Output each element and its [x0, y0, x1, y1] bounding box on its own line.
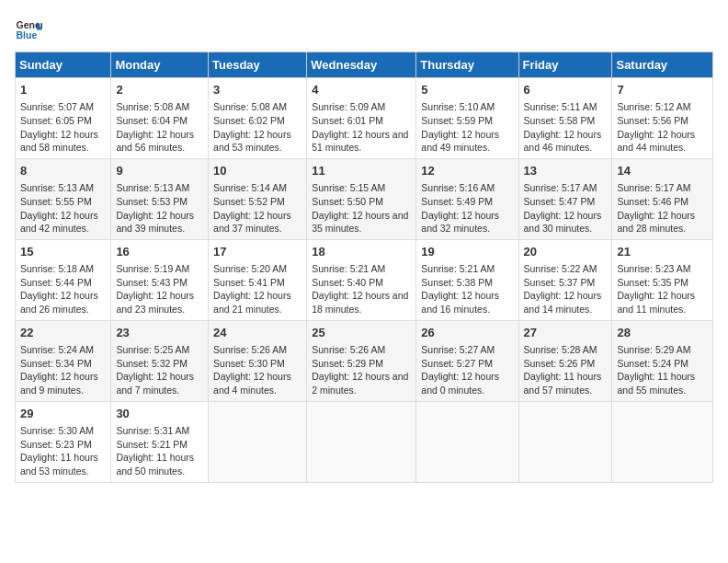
calendar-week-row: 15 Sunrise: 5:18 AMSunset: 5:44 PMDaylig… — [16, 239, 713, 320]
calendar-day-cell: 23 Sunrise: 5:25 AMSunset: 5:32 PMDaylig… — [111, 320, 209, 401]
day-info: Sunrise: 5:20 AMSunset: 5:41 PMDaylight:… — [213, 262, 301, 316]
calendar-week-row: 22 Sunrise: 5:24 AMSunset: 5:34 PMDaylig… — [16, 320, 713, 401]
day-info: Sunrise: 5:28 AMSunset: 5:26 PMDaylight:… — [524, 343, 608, 397]
day-number: 29 — [20, 406, 106, 422]
calendar-day-cell: 9 Sunrise: 5:13 AMSunset: 5:53 PMDayligh… — [111, 158, 209, 239]
day-info: Sunrise: 5:24 AMSunset: 5:34 PMDaylight:… — [20, 343, 106, 397]
day-number: 26 — [421, 325, 513, 341]
calendar-day-cell: 8 Sunrise: 5:13 AMSunset: 5:55 PMDayligh… — [16, 158, 111, 239]
day-number: 19 — [421, 244, 513, 260]
logo-icon: General Blue — [15, 15, 42, 42]
calendar-day-cell: 24 Sunrise: 5:26 AMSunset: 5:30 PMDaylig… — [209, 320, 307, 401]
calendar-week-row: 8 Sunrise: 5:13 AMSunset: 5:55 PMDayligh… — [16, 158, 713, 239]
calendar-day-cell: 27 Sunrise: 5:28 AMSunset: 5:26 PMDaylig… — [518, 320, 612, 401]
calendar-day-cell — [518, 401, 612, 482]
day-number: 10 — [213, 163, 301, 179]
day-number: 16 — [116, 244, 203, 260]
day-number: 4 — [312, 82, 411, 98]
day-number: 17 — [213, 244, 301, 260]
day-number: 7 — [617, 82, 708, 98]
day-number: 8 — [20, 163, 106, 179]
calendar-week-row: 29 Sunrise: 5:30 AMSunset: 5:23 PMDaylig… — [16, 401, 713, 482]
day-info: Sunrise: 5:30 AMSunset: 5:23 PMDaylight:… — [20, 424, 106, 478]
day-info: Sunrise: 5:26 AMSunset: 5:29 PMDaylight:… — [312, 343, 411, 397]
day-info: Sunrise: 5:19 AMSunset: 5:43 PMDaylight:… — [116, 262, 203, 316]
day-info: Sunrise: 5:15 AMSunset: 5:50 PMDaylight:… — [312, 181, 411, 236]
calendar-day-cell: 29 Sunrise: 5:30 AMSunset: 5:23 PMDaylig… — [16, 401, 111, 482]
calendar-day-cell — [612, 401, 713, 482]
day-number: 25 — [312, 325, 411, 341]
calendar-day-cell: 30 Sunrise: 5:31 AMSunset: 5:21 PMDaylig… — [111, 401, 209, 482]
calendar-day-cell: 26 Sunrise: 5:27 AMSunset: 5:27 PMDaylig… — [416, 320, 518, 401]
calendar-body: 1 Sunrise: 5:07 AMSunset: 6:05 PMDayligh… — [16, 78, 713, 483]
day-number: 27 — [524, 325, 608, 341]
calendar-day-cell: 10 Sunrise: 5:14 AMSunset: 5:52 PMDaylig… — [209, 158, 307, 239]
calendar-day-cell: 6 Sunrise: 5:11 AMSunset: 5:58 PMDayligh… — [518, 78, 612, 159]
day-info: Sunrise: 5:09 AMSunset: 6:01 PMDaylight:… — [312, 100, 411, 155]
weekday-header-row: SundayMondayTuesdayWednesdayThursdayFrid… — [16, 52, 713, 78]
weekday-header-cell: Friday — [518, 52, 612, 78]
calendar-day-cell: 28 Sunrise: 5:29 AMSunset: 5:24 PMDaylig… — [612, 320, 713, 401]
day-info: Sunrise: 5:31 AMSunset: 5:21 PMDaylight:… — [116, 424, 203, 478]
calendar-day-cell: 14 Sunrise: 5:17 AMSunset: 5:46 PMDaylig… — [612, 158, 713, 239]
calendar-day-cell: 5 Sunrise: 5:10 AMSunset: 5:59 PMDayligh… — [416, 78, 518, 159]
day-info: Sunrise: 5:08 AMSunset: 6:04 PMDaylight:… — [116, 100, 203, 155]
day-number: 24 — [213, 325, 301, 341]
day-number: 9 — [116, 163, 203, 179]
page-header: General Blue — [15, 15, 713, 42]
day-info: Sunrise: 5:29 AMSunset: 5:24 PMDaylight:… — [617, 343, 708, 397]
day-info: Sunrise: 5:21 AMSunset: 5:40 PMDaylight:… — [312, 262, 411, 316]
day-info: Sunrise: 5:12 AMSunset: 5:56 PMDaylight:… — [617, 100, 708, 155]
day-info: Sunrise: 5:16 AMSunset: 5:49 PMDaylight:… — [421, 181, 513, 236]
calendar-day-cell: 12 Sunrise: 5:16 AMSunset: 5:49 PMDaylig… — [416, 158, 518, 239]
calendar-day-cell: 18 Sunrise: 5:21 AMSunset: 5:40 PMDaylig… — [307, 239, 416, 320]
calendar-day-cell — [307, 401, 416, 482]
day-number: 3 — [213, 82, 301, 98]
calendar-day-cell: 19 Sunrise: 5:21 AMSunset: 5:38 PMDaylig… — [416, 239, 518, 320]
day-number: 1 — [20, 82, 106, 98]
day-number: 18 — [312, 244, 411, 260]
day-number: 11 — [312, 163, 411, 179]
day-number: 30 — [116, 406, 203, 422]
day-info: Sunrise: 5:17 AMSunset: 5:47 PMDaylight:… — [524, 181, 608, 236]
day-number: 6 — [524, 82, 608, 98]
logo: General Blue — [15, 15, 42, 42]
calendar-day-cell: 1 Sunrise: 5:07 AMSunset: 6:05 PMDayligh… — [16, 78, 111, 159]
calendar-day-cell: 17 Sunrise: 5:20 AMSunset: 5:41 PMDaylig… — [209, 239, 307, 320]
calendar-day-cell: 20 Sunrise: 5:22 AMSunset: 5:37 PMDaylig… — [518, 239, 612, 320]
day-number: 13 — [524, 163, 608, 179]
day-number: 28 — [617, 325, 708, 341]
calendar-day-cell: 4 Sunrise: 5:09 AMSunset: 6:01 PMDayligh… — [307, 78, 416, 159]
day-info: Sunrise: 5:08 AMSunset: 6:02 PMDaylight:… — [213, 100, 301, 155]
day-info: Sunrise: 5:10 AMSunset: 5:59 PMDaylight:… — [421, 100, 513, 155]
calendar-table: SundayMondayTuesdayWednesdayThursdayFrid… — [15, 52, 713, 483]
day-number: 2 — [116, 82, 203, 98]
day-info: Sunrise: 5:18 AMSunset: 5:44 PMDaylight:… — [20, 262, 106, 316]
calendar-day-cell — [209, 401, 307, 482]
weekday-header-cell: Saturday — [612, 52, 713, 78]
weekday-header-cell: Sunday — [16, 52, 111, 78]
weekday-header-cell: Tuesday — [209, 52, 307, 78]
weekday-header-cell: Monday — [111, 52, 209, 78]
day-number: 22 — [20, 325, 106, 341]
day-info: Sunrise: 5:25 AMSunset: 5:32 PMDaylight:… — [116, 343, 203, 397]
weekday-header-cell: Thursday — [416, 52, 518, 78]
day-info: Sunrise: 5:13 AMSunset: 5:53 PMDaylight:… — [116, 181, 203, 236]
day-number: 23 — [116, 325, 203, 341]
calendar-day-cell: 11 Sunrise: 5:15 AMSunset: 5:50 PMDaylig… — [307, 158, 416, 239]
calendar-week-row: 1 Sunrise: 5:07 AMSunset: 6:05 PMDayligh… — [16, 78, 713, 159]
calendar-day-cell: 22 Sunrise: 5:24 AMSunset: 5:34 PMDaylig… — [16, 320, 111, 401]
day-number: 15 — [20, 244, 106, 260]
calendar-day-cell: 7 Sunrise: 5:12 AMSunset: 5:56 PMDayligh… — [612, 78, 713, 159]
day-number: 5 — [421, 82, 513, 98]
day-number: 21 — [617, 244, 708, 260]
day-info: Sunrise: 5:23 AMSunset: 5:35 PMDaylight:… — [617, 262, 708, 316]
calendar-day-cell: 13 Sunrise: 5:17 AMSunset: 5:47 PMDaylig… — [518, 158, 612, 239]
calendar-day-cell: 15 Sunrise: 5:18 AMSunset: 5:44 PMDaylig… — [16, 239, 111, 320]
day-info: Sunrise: 5:22 AMSunset: 5:37 PMDaylight:… — [524, 262, 608, 316]
calendar-day-cell: 2 Sunrise: 5:08 AMSunset: 6:04 PMDayligh… — [111, 78, 209, 159]
day-info: Sunrise: 5:13 AMSunset: 5:55 PMDaylight:… — [20, 181, 106, 236]
calendar-day-cell: 16 Sunrise: 5:19 AMSunset: 5:43 PMDaylig… — [111, 239, 209, 320]
day-number: 12 — [421, 163, 513, 179]
day-info: Sunrise: 5:14 AMSunset: 5:52 PMDaylight:… — [213, 181, 301, 236]
